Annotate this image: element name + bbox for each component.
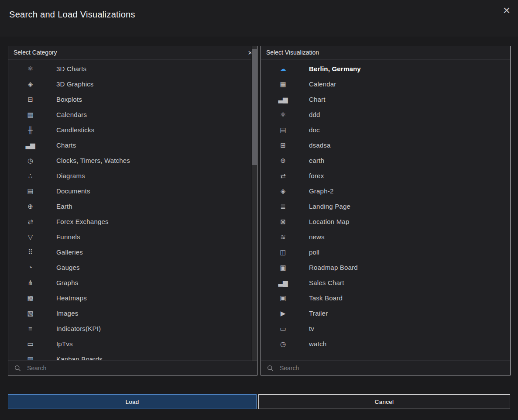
list-item[interactable]: ⊟Boxplots xyxy=(8,92,257,107)
list-item[interactable]: ⚛ddd xyxy=(261,107,510,122)
category-search-input[interactable] xyxy=(27,365,251,372)
list-item[interactable]: ≋news xyxy=(261,229,510,244)
calendar-icon: ▦ xyxy=(278,80,288,88)
visualization-panel-title: Select Visualization xyxy=(266,49,319,56)
diagram-icon: ∴ xyxy=(25,172,35,180)
visualization-panel-header: Select Visualization xyxy=(261,46,510,59)
list-item-label: Candlesticks xyxy=(56,126,94,134)
landing-page-icon: ≣ xyxy=(278,203,288,210)
list-item[interactable]: ╫Candlesticks xyxy=(8,122,257,138)
bar-chart-icon: ▃▆ xyxy=(278,96,288,103)
list-item[interactable]: ▣Roadmap Board xyxy=(261,260,510,275)
list-item-label: IpTvs xyxy=(56,340,73,348)
list-item[interactable]: ▃▆Chart xyxy=(261,92,510,107)
atom-icon: ⚛ xyxy=(278,111,288,119)
list-item[interactable]: ◷watch xyxy=(261,336,510,351)
list-item-label: Galleries xyxy=(56,248,83,256)
list-item[interactable]: ☁Berlin, Germany xyxy=(261,61,510,76)
list-item[interactable]: ▥Kanban Boards xyxy=(8,351,257,360)
list-item[interactable]: ▭IpTvs xyxy=(8,336,257,351)
list-item-label: news xyxy=(309,233,325,241)
list-item[interactable]: ▽Funnels xyxy=(8,229,257,244)
category-search-bar xyxy=(8,361,257,375)
boxplot-icon: ⊟ xyxy=(25,96,35,103)
list-item-label: doc xyxy=(309,126,320,134)
list-item[interactable]: ⊕Earth xyxy=(8,199,257,214)
list-item[interactable]: ⚛3D Charts xyxy=(8,61,257,76)
category-panel: Select Category × ⚛3D Charts◈3D Graphics… xyxy=(8,46,257,375)
list-item-label: ddd xyxy=(309,111,320,118)
list-item-label: Sales Chart xyxy=(309,279,344,286)
list-item-label: watch xyxy=(309,340,326,348)
list-item[interactable]: ≡Indicators(KPI) xyxy=(8,321,257,336)
list-item[interactable]: ◈3D Graphics xyxy=(8,76,257,92)
poll-icon: ◫ xyxy=(278,248,288,256)
list-item[interactable]: ▩Heatmaps xyxy=(8,290,257,306)
list-item[interactable]: ▤doc xyxy=(261,122,510,138)
load-button[interactable]: Load xyxy=(8,394,257,409)
atom-icon: ⚛ xyxy=(25,65,35,73)
list-item[interactable]: ⊠Location Map xyxy=(261,214,510,229)
candlestick-icon: ╫ xyxy=(25,126,35,134)
list-item-label: 3D Graphics xyxy=(56,80,94,88)
category-scrollbar[interactable] xyxy=(251,46,257,375)
list-item-label: Gauges xyxy=(56,264,80,271)
list-item[interactable]: ◫poll xyxy=(261,244,510,260)
list-item[interactable]: ⊕earth xyxy=(261,153,510,168)
gallery-icon: ⠿ xyxy=(25,248,35,256)
list-item[interactable]: ⇄forex xyxy=(261,168,510,183)
clock-icon: ◷ xyxy=(278,340,288,348)
dialog-header: Search and Load Visualizations × xyxy=(0,0,518,37)
table-icon: ⊞ xyxy=(278,141,288,149)
list-item[interactable]: ▧Images xyxy=(8,306,257,321)
list-item[interactable]: ◷Clocks, Timers, Watches xyxy=(8,153,257,168)
category-panel-header: Select Category × xyxy=(8,46,257,59)
weather-icon: ☁ xyxy=(278,65,288,73)
list-item-label: Clocks, Timers, Watches xyxy=(56,157,130,164)
scrollbar-thumb[interactable] xyxy=(252,49,257,165)
list-item-label: Images xyxy=(56,310,78,317)
list-item[interactable]: ▣Task Board xyxy=(261,290,510,306)
list-item-label: Charts xyxy=(56,141,76,149)
list-item-label: dsadsa xyxy=(309,141,331,149)
list-item[interactable]: ▃▆Sales Chart xyxy=(261,275,510,290)
search-icon xyxy=(14,365,21,372)
list-item[interactable]: ≣Landing Page xyxy=(261,199,510,214)
gauge-icon: ◔ xyxy=(25,264,35,271)
list-item[interactable]: ⊞dsadsa xyxy=(261,138,510,153)
list-item[interactable]: ⋔Graphs xyxy=(8,275,257,290)
list-item-label: tv xyxy=(309,325,314,332)
list-item-label: Task Board xyxy=(309,294,343,302)
list-item-label: Calendar xyxy=(309,80,336,88)
list-item[interactable]: ⠿Galleries xyxy=(8,244,257,260)
list-item-label: Calendars xyxy=(56,111,87,118)
list-item[interactable]: ⇄Forex Exchanges xyxy=(8,214,257,229)
list-item-label: Graph-2 xyxy=(309,187,333,195)
cancel-button[interactable]: Cancel xyxy=(258,394,510,409)
monitor-icon: ▭ xyxy=(278,325,288,333)
list-item[interactable]: ∴Diagrams xyxy=(8,168,257,183)
list-item-label: Documents xyxy=(56,187,90,195)
list-item[interactable]: ◈Graph-2 xyxy=(261,183,510,199)
list-item[interactable]: ▶Trailer xyxy=(261,306,510,321)
list-item[interactable]: ▤Documents xyxy=(8,183,257,199)
map-icon: ⊠ xyxy=(278,218,288,226)
visualization-search-input[interactable] xyxy=(280,365,504,372)
clipboard-icon: ▣ xyxy=(278,264,288,272)
list-item-label: Heatmaps xyxy=(56,294,87,302)
list-item-label: Location Map xyxy=(309,218,349,225)
list-item-label: Diagrams xyxy=(56,172,85,179)
list-item[interactable]: ▦Calendar xyxy=(261,76,510,92)
list-item-label: Trailer xyxy=(309,310,328,317)
close-icon[interactable]: × xyxy=(503,3,510,17)
list-item-label: 3D Charts xyxy=(56,65,86,72)
list-item-label: Indicators(KPI) xyxy=(56,325,101,332)
document-icon: ▤ xyxy=(25,187,35,195)
bar-chart-icon: ▃▆ xyxy=(25,141,35,149)
list-item[interactable]: ▃▆Charts xyxy=(8,138,257,153)
list-item[interactable]: ▦Calendars xyxy=(8,107,257,122)
calendar-icon: ▦ xyxy=(25,111,35,119)
funnel-icon: ▽ xyxy=(25,233,35,241)
list-item[interactable]: ◔Gauges xyxy=(8,260,257,275)
list-item[interactable]: ▭tv xyxy=(261,321,510,336)
